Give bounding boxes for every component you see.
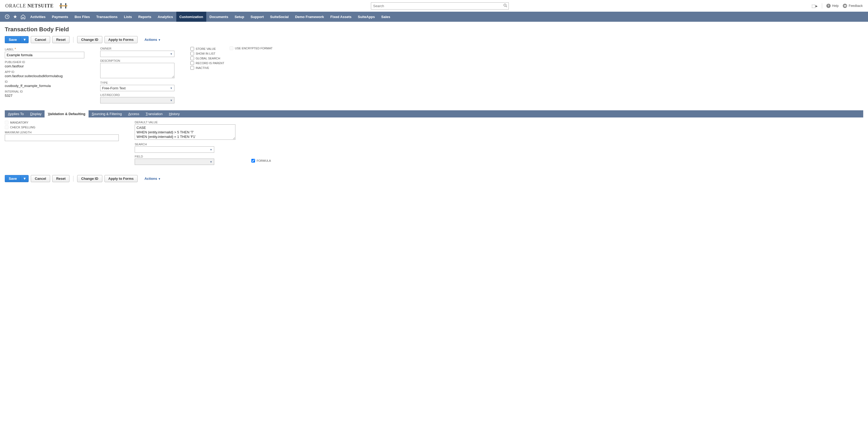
publisher-id-value: com.fastfour xyxy=(5,64,84,68)
nav-activities[interactable]: Activities xyxy=(27,12,49,22)
nav-lists[interactable]: Lists xyxy=(121,12,135,22)
subtab-validation-defaulting[interactable]: Validation & Defaulting xyxy=(44,110,89,118)
global-search-checkbox[interactable] xyxy=(190,57,194,60)
app-id-field: APP ID com.fastfour.suitecloudsdkformula… xyxy=(5,70,84,78)
change-id-button-bottom[interactable]: Change ID xyxy=(77,175,102,182)
actions-menu-bottom[interactable]: Actions ▼ xyxy=(145,177,161,181)
feedback-link[interactable]: ✉ Feedback xyxy=(843,4,863,8)
subtab-translation[interactable]: Translation xyxy=(143,110,166,118)
validation-panel: MANDATORY CHECK SPELLING MAXIMUM LENGTH … xyxy=(5,121,863,167)
svg-line-6 xyxy=(506,6,507,7)
toolbar-separator xyxy=(73,37,73,43)
owner-label: OWNER xyxy=(100,47,175,50)
save-dropdown-button-bottom[interactable]: ▼ xyxy=(21,175,29,182)
nav-support[interactable]: Support xyxy=(247,12,267,22)
change-id-button[interactable]: Change ID xyxy=(77,36,102,43)
label-input[interactable] xyxy=(5,52,84,58)
search-label: SEARCH xyxy=(135,143,236,146)
listrecord-field: LIST/RECORD ▼ xyxy=(100,93,175,103)
actions-label: Actions xyxy=(145,177,157,181)
reset-button-bottom[interactable]: Reset xyxy=(52,175,69,182)
recent-icon[interactable] xyxy=(3,13,11,21)
type-value: Free-Form Text xyxy=(102,86,126,90)
apply-forms-button-bottom[interactable]: Apply to Forms xyxy=(104,175,137,182)
search-select[interactable]: ▼ xyxy=(135,146,214,153)
nav-analytics[interactable]: Analytics xyxy=(155,12,176,22)
save-button[interactable]: Save xyxy=(5,36,21,43)
search-field: SEARCH ▼ xyxy=(135,143,236,153)
header-right: ⬚▸ ? Help ✉ Feedback xyxy=(811,3,863,8)
record-parent-checkbox[interactable] xyxy=(190,61,194,65)
chevron-down-icon: ▼ xyxy=(210,148,212,151)
record-parent-label: RECORD IS PARENT xyxy=(196,62,224,65)
subtab-access[interactable]: Access xyxy=(125,110,143,118)
subtab-sourcing-filtering[interactable]: Sourcing & Filtering xyxy=(89,110,125,118)
nav-payments[interactable]: Payments xyxy=(49,12,71,22)
show-in-list-label: SHOW IN LIST xyxy=(196,52,216,55)
owner-field: OWNER ▼ xyxy=(100,47,175,57)
store-value-checkbox[interactable] xyxy=(190,47,194,51)
global-search-check: GLOBAL SEARCH xyxy=(190,57,224,60)
validation-mid: DEFAULT VALUE SEARCH ▼ FIELD ▼ xyxy=(135,121,236,167)
inactive-checkbox[interactable] xyxy=(190,66,194,70)
subtab-display[interactable]: Display xyxy=(27,110,45,118)
app-id-value: com.fastfour.suitecloudsdkformulabug xyxy=(5,74,84,78)
toolbar-top: Save ▼ Cancel Reset Change ID Apply to F… xyxy=(5,36,863,43)
apply-forms-button[interactable]: Apply to Forms xyxy=(104,36,137,43)
role-switcher-icon[interactable]: ⬚▸ xyxy=(811,3,818,8)
internal-id-field: INTERNAL ID 5327 xyxy=(5,90,84,98)
search-input[interactable] xyxy=(371,2,509,9)
formula-checkbox[interactable] xyxy=(251,159,255,162)
feedback-icon: ✉ xyxy=(843,4,847,8)
reset-button[interactable]: Reset xyxy=(52,36,69,43)
help-link[interactable]: ? Help xyxy=(826,4,839,8)
nav-box-files[interactable]: Box Files xyxy=(71,12,93,22)
netsuite-logo[interactable]: ORACLE NETSUITE xyxy=(5,3,54,9)
svg-rect-2 xyxy=(59,5,67,6)
cancel-button-bottom[interactable]: Cancel xyxy=(31,175,50,182)
actions-menu[interactable]: Actions ▼ xyxy=(145,38,161,42)
company-logo[interactable] xyxy=(59,2,68,9)
subtab-applies-to[interactable]: Applies To xyxy=(5,110,27,118)
owner-select[interactable]: ▼ xyxy=(100,51,175,57)
show-in-list-checkbox[interactable] xyxy=(190,52,194,55)
nav-customization[interactable]: Customization xyxy=(176,12,207,22)
nav-suiteapps[interactable]: SuiteApps xyxy=(355,12,378,22)
nav-transactions[interactable]: Transactions xyxy=(93,12,121,22)
nav-sales[interactable]: Sales xyxy=(378,12,394,22)
chevron-down-icon: ▼ xyxy=(170,99,173,102)
nav-items: ActivitiesPaymentsBox FilesTransactionsL… xyxy=(27,12,394,22)
nav-fixed-assets[interactable]: Fixed Assets xyxy=(327,12,355,22)
publisher-id-field: PUBLISHER ID com.fastfour xyxy=(5,60,84,68)
subtab-history[interactable]: History xyxy=(166,110,183,118)
column-left: LABEL * PUBLISHER ID com.fastfour APP ID… xyxy=(5,47,84,105)
save-dropdown-button[interactable]: ▼ xyxy=(21,36,29,43)
store-value-check: STORE VALUE xyxy=(190,47,224,51)
home-icon[interactable] xyxy=(19,13,27,21)
save-button-bottom[interactable]: Save xyxy=(5,175,21,182)
encrypted-check: USE ENCRYPTED FORMAT xyxy=(229,47,273,50)
caret-down-icon: ▼ xyxy=(158,38,161,41)
field-select: ▼ xyxy=(135,158,214,165)
nav-documents[interactable]: Documents xyxy=(206,12,231,22)
default-value-textarea[interactable] xyxy=(135,124,236,140)
subtabs: Applies ToDisplayValidation & Defaulting… xyxy=(5,110,863,118)
mandatory-checkbox xyxy=(5,121,8,124)
page-body: Transaction Body Field Save ▼ Cancel Res… xyxy=(0,22,868,194)
favorites-icon[interactable]: ★ xyxy=(11,13,19,21)
nav-setup[interactable]: Setup xyxy=(231,12,247,22)
column-middle: OWNER ▼ DESCRIPTION TYPE Free-Form Text … xyxy=(100,47,175,105)
listrecord-label: LIST/RECORD xyxy=(100,93,175,96)
store-value-label: STORE VALUE xyxy=(196,47,216,50)
cancel-button[interactable]: Cancel xyxy=(31,36,50,43)
nav-reports[interactable]: Reports xyxy=(135,12,155,22)
max-length-input[interactable] xyxy=(5,134,119,141)
description-textarea[interactable] xyxy=(100,63,175,78)
help-label: Help xyxy=(832,4,839,8)
nav-suitesocial[interactable]: SuiteSocial xyxy=(267,12,292,22)
nav-demo-framework[interactable]: Demo Framework xyxy=(292,12,327,22)
type-select[interactable]: Free-Form Text ▼ xyxy=(100,85,175,91)
publisher-id-label: PUBLISHER ID xyxy=(5,60,84,64)
search-icon[interactable] xyxy=(503,4,507,8)
save-button-split: Save ▼ xyxy=(5,36,29,43)
